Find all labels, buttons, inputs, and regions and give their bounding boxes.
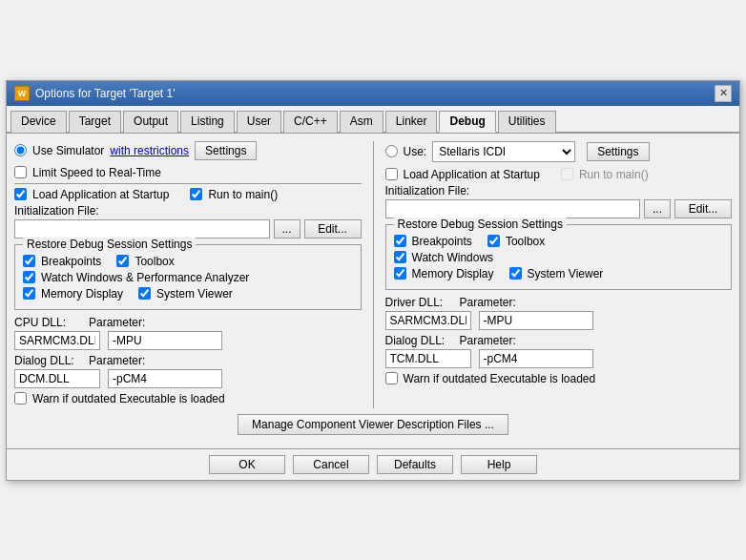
two-column-layout: Use Simulator with restrictions Settings… (14, 141, 732, 408)
right-memory-checkbox[interactable] (394, 267, 406, 280)
right-driver-dll-inputs (385, 311, 733, 330)
left-cpu-dll-input[interactable] (14, 331, 100, 350)
left-dialog-dll-inputs (14, 369, 362, 388)
right-toolbox-checkbox[interactable] (487, 235, 500, 247)
right-init-file-input[interactable] (385, 199, 641, 218)
right-dialog-param-input[interactable] (479, 349, 593, 368)
left-dialog-dll-input[interactable] (14, 369, 100, 388)
right-run-to-main-label: Run to main() (579, 168, 649, 181)
cancel-button[interactable]: Cancel (293, 455, 369, 474)
right-warn-checkbox[interactable] (385, 372, 398, 384)
defaults-button[interactable]: Defaults (377, 455, 453, 474)
right-use-label: Use: (404, 145, 427, 158)
right-dialog-dll-label: Dialog DLL: (385, 334, 452, 347)
left-cpu-param-input[interactable] (108, 331, 222, 350)
tab-target[interactable]: Target (69, 111, 121, 133)
left-cpu-dll-label: CPU DLL: (14, 316, 81, 329)
right-load-app-checkbox[interactable] (385, 168, 398, 180)
help-button[interactable]: Help (461, 455, 537, 474)
tabs-bar: Device Target Output Listing User C/C++ … (7, 106, 739, 134)
left-col2: Toolbox (116, 255, 174, 271)
left-col3: Memory Display (23, 287, 123, 303)
limit-speed-checkbox[interactable] (14, 166, 27, 178)
limit-speed-row: Limit Speed to Real-Time (14, 166, 362, 179)
left-sysviewer-checkbox[interactable] (138, 287, 151, 300)
right-driver-param-input[interactable] (479, 311, 593, 330)
left-toolbox-checkbox[interactable] (116, 255, 129, 267)
left-warn-checkbox[interactable] (14, 392, 27, 404)
left-edit-button[interactable]: Edit... (304, 219, 362, 239)
tab-debug[interactable]: Debug (439, 111, 495, 133)
right-settings-button[interactable]: Settings (587, 142, 649, 161)
left-memory-checkbox[interactable] (23, 287, 35, 300)
left-cpu-dll-labels: CPU DLL: Parameter: (14, 316, 362, 329)
use-simulator-radio[interactable] (14, 144, 27, 156)
window-title: Options for Target 'Target 1' (35, 87, 175, 100)
left-panel: Use Simulator with restrictions Settings… (14, 141, 362, 408)
right-breakpoints-label: Breakpoints (412, 235, 472, 248)
right-browse-button[interactable]: ... (644, 199, 671, 218)
right-init-file-row: ... Edit... (385, 199, 733, 218)
right-warn-row: Warn if outdated Executable is loaded (385, 372, 733, 385)
left-toolbox-label: Toolbox (135, 255, 174, 268)
left-breakpoints-checkbox[interactable] (23, 255, 35, 267)
right-sysviewer-checkbox[interactable] (509, 267, 522, 280)
tab-device[interactable]: Device (10, 111, 67, 133)
right-watch-checkbox[interactable] (394, 251, 406, 263)
right-watch-label: Watch Windows (412, 251, 494, 264)
left-watch-checkbox[interactable] (23, 271, 35, 283)
manage-component-button[interactable]: Manage Component Viewer Description File… (238, 414, 508, 435)
left-restore-group: Restore Debug Session Settings Breakpoin… (14, 244, 362, 310)
left-cpu-dll-inputs (14, 331, 362, 350)
left-browse-button[interactable]: ... (274, 219, 300, 239)
right-sysviewer-label: System Viewer (528, 267, 604, 280)
left-warn-label: Warn if outdated Executable is loaded (32, 392, 225, 405)
tab-cpp[interactable]: C/C++ (283, 111, 338, 133)
simulator-settings-button[interactable]: Settings (195, 141, 257, 160)
with-restrictions-link[interactable]: with restrictions (110, 144, 189, 157)
right-breakpoints-checkbox[interactable] (394, 235, 406, 247)
use-hardware-radio[interactable] (385, 145, 398, 157)
right-col4: System Viewer (509, 267, 604, 283)
left-load-app-checkbox[interactable] (14, 188, 27, 200)
right-restore-col2: Breakpoints Toolbox (394, 235, 724, 251)
right-memory-label: Memory Display (412, 267, 494, 280)
left-restore-col2b: Memory Display System Viewer (23, 287, 353, 303)
left-restore-content: Breakpoints Toolbox (23, 255, 353, 303)
tab-asm[interactable]: Asm (340, 111, 383, 133)
left-restore-col2: Breakpoints Toolbox (23, 255, 353, 271)
left-run-to-main-label: Run to main() (208, 188, 278, 201)
right-warn-label: Warn if outdated Executable is loaded (404, 372, 596, 385)
ok-button[interactable]: OK (209, 455, 285, 474)
tab-listing[interactable]: Listing (180, 111, 235, 133)
tab-linker[interactable]: Linker (385, 111, 438, 133)
right-restore-group-title: Restore Debug Session Settings (394, 218, 567, 231)
left-dialog-param-input[interactable] (108, 369, 222, 388)
right-run-to-main-checkbox[interactable] (561, 168, 573, 180)
manage-btn-container: Manage Component Viewer Description File… (14, 414, 732, 435)
right-memory-row: Memory Display (394, 267, 494, 280)
left-breakpoints-label: Breakpoints (41, 255, 101, 268)
left-cpu-dll-section: CPU DLL: Parameter: (14, 316, 362, 350)
right-load-app-row: Load Application at Startup Run to main(… (385, 168, 733, 181)
right-driver-dll-labels: Driver DLL: Parameter: (385, 296, 733, 309)
right-restore-group: Restore Debug Session Settings Breakpoin… (385, 224, 733, 290)
right-edit-button[interactable]: Edit... (674, 199, 732, 218)
tab-output[interactable]: Output (123, 111, 178, 133)
left-load-app-label: Load Application at Startup (32, 188, 169, 201)
right-driver-dll-input[interactable] (385, 311, 471, 330)
right-breakpoints-row: Breakpoints (394, 235, 472, 248)
right-driver-dll-section: Driver DLL: Parameter: (385, 296, 733, 330)
right-driver-param-label: Parameter: (460, 296, 516, 309)
right-dialog-dll-inputs (385, 349, 733, 368)
right-dialog-dll-input[interactable] (385, 349, 471, 368)
right-dialog-dll-labels: Dialog DLL: Parameter: (385, 334, 733, 347)
tab-utilities[interactable]: Utilities (498, 111, 556, 133)
right-use-select[interactable]: Stellaris ICDI J-LINK / J-TRACE Cortex U… (432, 141, 575, 162)
right-restore-content: Breakpoints Toolbox (394, 235, 724, 283)
left-run-to-main-checkbox[interactable] (190, 188, 202, 200)
close-button[interactable]: ✕ (715, 85, 732, 102)
left-init-file-row: ... Edit... (14, 219, 362, 239)
left-init-file-input[interactable] (14, 219, 270, 239)
tab-user[interactable]: User (237, 111, 281, 133)
